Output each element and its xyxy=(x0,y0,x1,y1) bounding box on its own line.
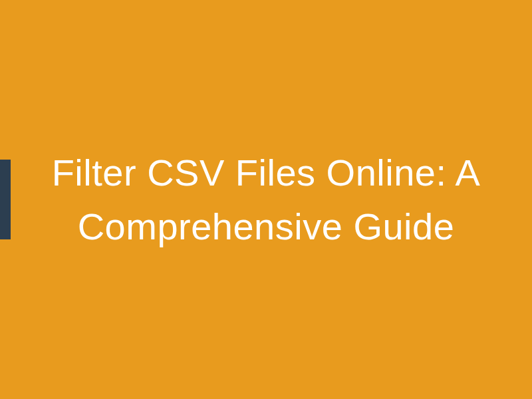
accent-bar xyxy=(0,160,11,239)
page-title: Filter CSV Files Online: A Comprehensive… xyxy=(0,146,532,253)
